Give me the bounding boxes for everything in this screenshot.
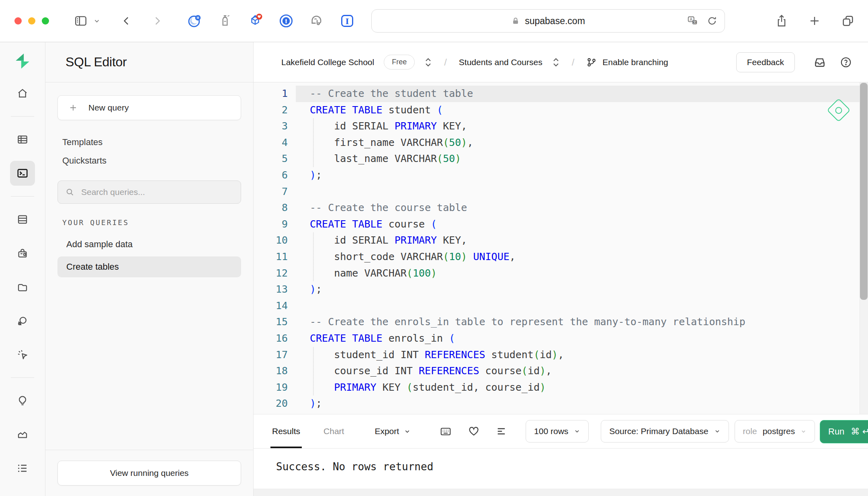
run-shortcut: ⌘ ↵: [851, 426, 868, 437]
panel-link-quickstarts[interactable]: Quickstarts: [62, 156, 106, 166]
minimize-window-button[interactable]: [28, 17, 35, 25]
feedback-button[interactable]: Feedback: [736, 52, 795, 72]
help-icon[interactable]: [840, 56, 852, 68]
code-line[interactable]: 18 course_id INT REFERENCES course(id),: [254, 363, 868, 379]
sidebar-chevron-icon[interactable]: [93, 17, 100, 25]
rail-item-database[interactable]: [10, 207, 35, 232]
elephant-extension-icon[interactable]: [309, 14, 324, 28]
list-lines-icon[interactable]: [496, 426, 507, 437]
new-query-button[interactable]: New query: [57, 95, 241, 120]
editor-scrollbar-thumb[interactable]: [860, 83, 868, 300]
project-switcher-icon[interactable]: [424, 57, 432, 68]
rail-item-edge-functions[interactable]: [10, 308, 35, 333]
code-line[interactable]: 15-- Create the enrols_in table to repre…: [254, 314, 868, 330]
code-line[interactable]: 16CREATE TABLE enrols_in (: [254, 330, 868, 347]
rail-item-advisors[interactable]: [10, 388, 35, 413]
code-line[interactable]: 5 last_name VARCHAR(50): [254, 151, 868, 167]
code-line[interactable]: 1-- Create the student table: [254, 86, 868, 102]
one-password-extension-icon[interactable]: [279, 14, 293, 28]
chevron-down-icon: [574, 428, 580, 435]
sidebar-toggle-icon[interactable]: [74, 14, 88, 28]
panel-link-templates[interactable]: Templates: [62, 137, 102, 148]
logs-icon: [16, 462, 29, 474]
rail-item-storage[interactable]: [10, 275, 35, 299]
instapaper-extension-icon[interactable]: I: [340, 14, 354, 28]
sql-editor-panel: SQL Editor New query TemplatesQuickstart…: [45, 42, 254, 496]
code-line[interactable]: 4 first_name VARCHAR(50),: [254, 135, 868, 151]
new-tab-icon[interactable]: [809, 14, 821, 28]
plus-icon: [68, 103, 78, 113]
back-button[interactable]: [121, 15, 132, 27]
rows-limit-select[interactable]: 100 rows: [526, 420, 589, 443]
snippet-name[interactable]: Students and Courses: [459, 57, 542, 67]
tab-overview-icon[interactable]: [841, 14, 854, 28]
code-line[interactable]: 11 short_code VARCHAR(10) UNIQUE,: [254, 249, 868, 265]
panel-links: TemplatesQuickstarts: [57, 137, 241, 166]
forward-button[interactable]: [152, 15, 162, 27]
query-item[interactable]: Add sample data: [57, 234, 241, 255]
code-line[interactable]: 14: [254, 298, 868, 314]
favorite-heart-icon[interactable]: [468, 425, 480, 437]
code-line[interactable]: 7: [254, 184, 868, 200]
rail-item-reports[interactable]: [10, 422, 35, 447]
browser-window: I supabase.com A文: [0, 0, 868, 496]
cube-heart-extension-icon[interactable]: [248, 14, 263, 28]
code-lines: 1-- Create the student table2CREATE TABL…: [254, 86, 868, 412]
export-button[interactable]: Export: [375, 426, 411, 436]
code-line[interactable]: 19 PRIMARY KEY (student_id, course_id): [254, 379, 868, 396]
rail-item-home[interactable]: [10, 81, 35, 106]
address-bar[interactable]: supabase.com A文: [371, 9, 725, 33]
sql-editor-icon: [16, 167, 29, 179]
maximize-window-button[interactable]: [42, 17, 49, 25]
code-line[interactable]: 2CREATE TABLE student (: [254, 102, 868, 119]
translate-icon[interactable]: A文: [687, 15, 699, 27]
keyboard-shortcuts-icon[interactable]: [440, 425, 452, 437]
reports-icon: [16, 428, 29, 441]
rail-item-authentication[interactable]: [10, 241, 35, 266]
line-number: 17: [254, 347, 288, 363]
inbox-icon[interactable]: [813, 56, 826, 69]
rail-item-realtime[interactable]: [10, 342, 35, 367]
code-line[interactable]: 3 id SERIAL PRIMARY KEY,: [254, 118, 868, 135]
panel-header: SQL Editor: [45, 42, 253, 82]
rail-item-table-editor[interactable]: [10, 127, 35, 152]
code-line[interactable]: 20);: [254, 396, 868, 412]
code-line[interactable]: 12 name VARCHAR(100): [254, 265, 868, 282]
rail-item-logs[interactable]: [10, 456, 35, 481]
code-line[interactable]: 8-- Create the course table: [254, 200, 868, 216]
search-queries-input[interactable]: [81, 187, 233, 197]
source-select[interactable]: Source: Primary Database: [601, 420, 729, 443]
sql-code-editor[interactable]: 1-- Create the student table2CREATE TABL…: [254, 82, 868, 414]
edge-functions-icon: [16, 315, 29, 327]
line-number: 8: [254, 200, 288, 216]
main-content: Lakefield College School Free / Students…: [254, 42, 868, 496]
search-icon: [65, 187, 75, 197]
share-icon[interactable]: [776, 14, 788, 28]
role-select[interactable]: role postgres: [735, 420, 815, 443]
line-number: 11: [254, 249, 288, 265]
reload-icon[interactable]: [707, 16, 717, 26]
line-number: 7: [254, 184, 288, 200]
line-number: 3: [254, 118, 288, 135]
spray-bottle-extension-icon[interactable]: [218, 14, 232, 28]
query-item[interactable]: Create tables: [57, 256, 241, 277]
run-button[interactable]: Run ⌘ ↵: [820, 420, 868, 443]
svg-text:A: A: [690, 17, 692, 22]
project-name[interactable]: Lakefield College School: [281, 57, 374, 67]
close-window-button[interactable]: [14, 17, 22, 25]
view-running-queries-button[interactable]: View running queries: [57, 461, 241, 486]
code-line[interactable]: 6);: [254, 167, 868, 184]
enable-branching-button[interactable]: Enable branching: [586, 57, 668, 68]
tab-results[interactable]: Results: [270, 414, 302, 448]
code-line[interactable]: 10 id SERIAL PRIMARY KEY,: [254, 232, 868, 249]
query-list: Add sample dataCreate tables: [57, 234, 241, 277]
code-line[interactable]: 9CREATE TABLE course (: [254, 216, 868, 233]
tab-chart[interactable]: Chart: [322, 414, 346, 448]
code-line[interactable]: 13);: [254, 281, 868, 298]
code-line[interactable]: 17 student_id INT REFERENCES student(id)…: [254, 347, 868, 363]
rail-item-sql-editor[interactable]: [10, 161, 35, 186]
supabase-logo[interactable]: [13, 52, 32, 70]
snippet-switcher-icon[interactable]: [552, 57, 560, 68]
moon-pause-extension-icon[interactable]: [187, 14, 202, 28]
line-number: 19: [254, 379, 288, 396]
